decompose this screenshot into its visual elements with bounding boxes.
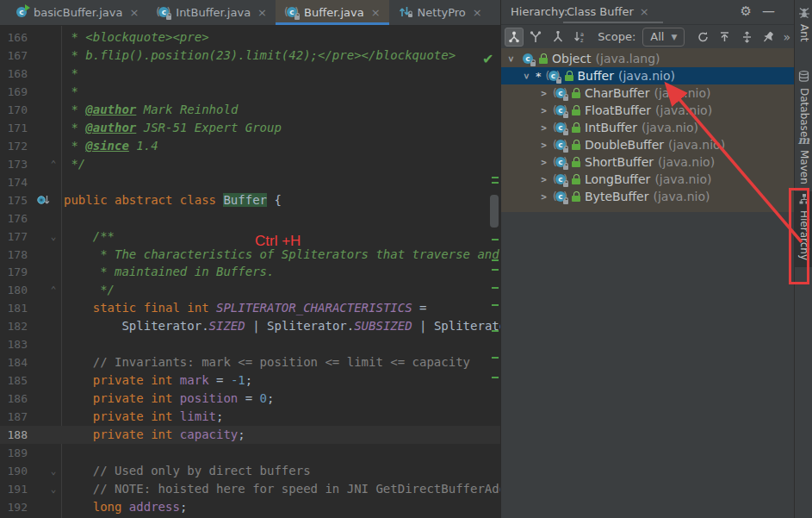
close-icon[interactable]: ×: [371, 6, 381, 19]
tree-row-buffer[interactable]: >*(c)Buffer(java.nio): [501, 67, 812, 84]
more-actions-button[interactable]: »: [783, 30, 790, 44]
chevron-right-icon[interactable]: >: [539, 88, 549, 99]
close-icon[interactable]: ×: [129, 6, 139, 19]
implemented-marker-icon[interactable]: [36, 194, 50, 207]
code-line: 175public abstract class Buffer {: [0, 191, 500, 209]
chevron-right-icon[interactable]: >: [539, 191, 549, 203]
chevron-down-icon[interactable]: >: [505, 54, 517, 64]
line-number: 182: [0, 317, 28, 335]
view-tab-class-buffer[interactable]: Class Buffer ×: [567, 5, 649, 18]
code-line: 191⌄ // NOTE: hoisted here for speed in …: [0, 480, 500, 498]
code-text: long address;: [64, 498, 187, 516]
hierarchy-toolbar: azScope:All▼»: [501, 25, 794, 49]
chevron-down-icon[interactable]: >: [521, 72, 532, 81]
close-icon[interactable]: ×: [473, 6, 482, 19]
editor-tab-intbuffer-java[interactable]: (c)IntBuffer.java×: [147, 0, 276, 25]
chevron-right-icon[interactable]: >: [539, 157, 549, 168]
code-text: // NOTE: hoisted here for speed in JNI G…: [64, 480, 500, 498]
database-icon: [798, 69, 809, 85]
class-hierarchy-button[interactable]: [505, 28, 524, 47]
change-stripe: [492, 259, 499, 261]
tree-row-shortbuffer[interactable]: >(c)ShortBuffer(java.nio): [501, 153, 812, 171]
line-number: 184: [0, 353, 28, 371]
tree-row-doublebuffer[interactable]: >(c)DoubleBuffer(java.nio): [501, 136, 812, 153]
tool-strip-label: Ant: [798, 24, 810, 42]
tree-row-longbuffer[interactable]: >(c)LongBuffer(java.nio): [501, 171, 812, 188]
scroll-to-source-button[interactable]: [716, 28, 735, 47]
vertical-scrollbar[interactable]: [490, 195, 499, 228]
line-number: 186: [0, 390, 28, 408]
tree-row-intbuffer[interactable]: >(c)IntBuffer(java.nio): [501, 119, 812, 136]
line-number: 171: [0, 119, 28, 137]
active-tab-underline: [276, 22, 389, 25]
editor-tab-buffer-java[interactable]: (c)Buffer.java×: [276, 0, 389, 25]
fold-marker-icon[interactable]: ⌃: [48, 155, 59, 173]
code-text: * @since 1.4: [64, 137, 158, 155]
subtypes-hierarchy-button[interactable]: [549, 28, 567, 47]
fold-marker-icon[interactable]: ⌄: [48, 462, 59, 480]
ant-icon: [798, 5, 810, 22]
code-line: 170 * @author Mark Reinhold: [0, 101, 500, 119]
editor-tab-basicbuffer-java[interactable]: cbasicBuffer.java×: [5, 0, 147, 25]
gear-icon[interactable]: ⚙: [741, 3, 752, 19]
close-icon[interactable]: ×: [640, 5, 649, 18]
scope-value: All: [650, 30, 664, 43]
line-number: 178: [0, 246, 28, 264]
code-text: static final int SPLITERATOR_CHARACTERIS…: [64, 299, 426, 317]
change-stripe: [492, 239, 499, 240]
tree-row-charbuffer[interactable]: >(c)CharBuffer(java.nio): [501, 84, 812, 102]
green-lock-icon: [565, 71, 573, 81]
supertypes-hierarchy-button[interactable]: [527, 28, 546, 47]
expand-collapse-button[interactable]: [737, 28, 756, 47]
code-line: 186 private int position = 0;: [0, 390, 500, 408]
code-line: 173⌃ */: [0, 155, 500, 173]
green-lock-icon: [572, 157, 580, 167]
minimize-icon[interactable]: —: [762, 3, 775, 19]
tool-strip-tab-database[interactable]: Database: [795, 69, 812, 137]
refresh-button[interactable]: [693, 28, 712, 47]
code-line: 174: [0, 173, 500, 191]
tab-label: Buffer.java: [304, 6, 364, 19]
keyboard-shortcut-annotation: Ctrl +H: [255, 233, 301, 250]
code-line: 171 * @author JSR-51 Expert Group: [0, 119, 500, 137]
chevron-right-icon[interactable]: >: [539, 174, 549, 185]
fold-marker-icon[interactable]: ⌄: [48, 228, 59, 246]
code-text: private int position = 0;: [64, 390, 274, 408]
tree-item-label: ShortBuffer: [585, 155, 654, 169]
fold-marker-icon[interactable]: ⌃: [48, 281, 59, 299]
code-text: * @author Mark Reinhold: [64, 101, 238, 119]
tab-label: NettyPro: [418, 6, 466, 19]
scope-dropdown[interactable]: All▼: [642, 28, 685, 47]
code-line: 168 *: [0, 65, 500, 83]
tree-row-object[interactable]: >cObject(java.lang): [501, 50, 800, 67]
code-text: *: [64, 65, 78, 83]
line-number: 167: [0, 47, 28, 65]
svg-text:z: z: [580, 37, 584, 43]
tree-row-bytebuffer[interactable]: >(c)ByteBuffer(java.nio): [501, 188, 812, 205]
code-editor[interactable]: 166 * <blockquote><pre>167 * b.flip().po…: [0, 26, 500, 518]
ide-window: { "editor_tabs": [ {"label":"basicBuffer…: [0, 0, 812, 518]
tool-strip-tab-ant[interactable]: Ant: [795, 5, 812, 42]
fold-marker-icon[interactable]: ⌄: [48, 480, 59, 498]
code-text: public abstract class Buffer {: [64, 191, 282, 209]
change-stripe: [492, 287, 499, 289]
class-lock-icon: (c): [546, 70, 561, 83]
chevron-right-icon[interactable]: >: [539, 140, 549, 151]
code-text: /**: [64, 228, 115, 246]
change-stripe: [492, 269, 499, 271]
tree-item-package: (java.nio): [668, 138, 725, 152]
code-line: 177⌄ /**: [0, 228, 500, 246]
sort-alphabetically-button[interactable]: az: [571, 28, 590, 47]
class-lock-icon: (c): [553, 139, 567, 152]
green-lock-icon: [572, 140, 580, 150]
editor-tab-nettypro[interactable]: NettyPro×: [389, 0, 491, 25]
tree-row-floatbuffer[interactable]: >(c)FloatBuffer(java.nio): [501, 102, 812, 119]
tree-item-package: (java.lang): [596, 52, 660, 66]
code-line: 178 * The characteristics of Spliterator…: [0, 246, 500, 264]
close-icon[interactable]: ×: [257, 6, 267, 19]
chevron-right-icon[interactable]: >: [539, 105, 549, 116]
chevron-right-icon[interactable]: >: [539, 122, 549, 134]
pin-button[interactable]: [759, 28, 778, 47]
line-number: 169: [0, 83, 28, 101]
tool-strip-tab-maven[interactable]: mMaven: [795, 131, 812, 184]
